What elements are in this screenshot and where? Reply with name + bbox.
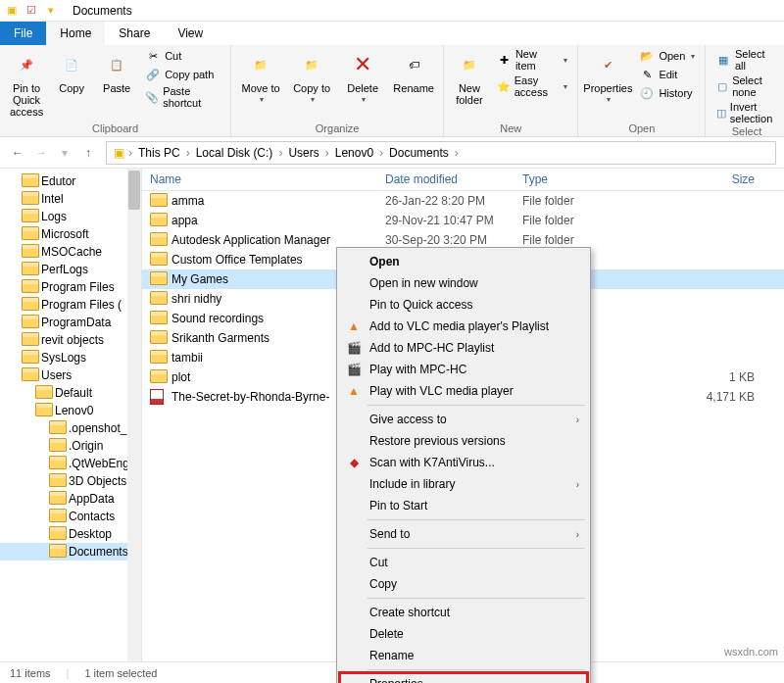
ctx-cut[interactable]: Cut	[340, 552, 587, 573]
tree-scroll-thumb[interactable]	[128, 171, 140, 210]
crumb-users[interactable]: Users	[284, 144, 322, 162]
ctx-open[interactable]: Open	[340, 251, 587, 272]
copy-button[interactable]: 📄Copy	[51, 47, 92, 96]
ctx-restore[interactable]: Restore previous versions	[340, 430, 587, 452]
tree-item[interactable]: AppData	[0, 490, 141, 508]
col-size[interactable]: Size	[612, 169, 784, 190]
col-type[interactable]: Type	[514, 169, 612, 190]
file-row[interactable]: amma26-Jan-22 8:20 PMFile folder	[142, 191, 784, 211]
tree-item[interactable]: Contacts	[0, 508, 141, 525]
file-row[interactable]: appa29-Nov-21 10:47 PMFile folder	[142, 211, 784, 230]
ctx-play-vlc[interactable]: ▲Play with VLC media player	[340, 380, 587, 402]
status-selected-count: 1 item selected	[84, 667, 157, 679]
tree-item[interactable]: Program Files (	[0, 296, 141, 314]
folder-icon	[150, 213, 166, 228]
tree-item[interactable]: .Origin	[0, 437, 141, 455]
tree-item[interactable]: Users	[0, 366, 141, 384]
ctx-open-new-window[interactable]: Open in new window	[340, 272, 587, 294]
crumb-lenov0[interactable]: Lenov0	[331, 144, 377, 162]
tab-share[interactable]: Share	[105, 22, 164, 45]
cut-button[interactable]: ✂Cut	[141, 47, 224, 65]
tree-item-label: Desktop	[69, 527, 112, 541]
ctx-delete[interactable]: Delete	[340, 623, 587, 645]
move-to-button[interactable]: 📁Move to▾	[237, 47, 284, 107]
window-title: Documents	[73, 4, 132, 18]
tree-item[interactable]: Program Files	[0, 278, 141, 296]
col-date[interactable]: Date modified	[377, 169, 514, 190]
tree-item[interactable]: Lenov0	[0, 402, 141, 419]
crumb-c[interactable]: Local Disk (C:)	[192, 144, 277, 162]
tree-item[interactable]: revit objects	[0, 331, 141, 349]
rename-button[interactable]: 🏷Rename	[390, 47, 437, 96]
delete-button[interactable]: ✕Delete▾	[339, 47, 386, 107]
tree-item[interactable]: Microsoft	[0, 225, 141, 243]
tree-item[interactable]: 3D Objects	[0, 472, 141, 490]
ctx-copy[interactable]: Copy	[340, 573, 587, 595]
easy-access-button[interactable]: ⭐Easy access▾	[493, 73, 572, 99]
tree-item[interactable]: Default	[0, 384, 141, 402]
nav-forward-button[interactable]: →	[31, 146, 51, 160]
folder-icon	[150, 232, 166, 248]
tree-item-label: Users	[41, 368, 72, 382]
pin-quick-access-button[interactable]: 📌Pin to Quick access	[6, 47, 47, 120]
tree-item[interactable]: ProgramData	[0, 314, 141, 331]
crumb-thispc[interactable]: This PC	[134, 144, 184, 162]
tree-item[interactable]: SysLogs	[0, 349, 141, 366]
invert-selection-button[interactable]: ◫Invert selection	[711, 100, 781, 125]
nav-recent-button[interactable]: ▾	[55, 146, 74, 160]
ctx-create-shortcut[interactable]: Create shortcut	[340, 602, 587, 623]
qat-folder-icon[interactable]: ▾	[43, 3, 59, 19]
tree-item[interactable]: MSOCache	[0, 243, 141, 261]
edit-button[interactable]: ✎Edit	[635, 66, 699, 83]
breadcrumb[interactable]: ▣ › This PC› Local Disk (C:)› Users› Len…	[106, 141, 776, 165]
ctx-give-access[interactable]: Give access to›	[340, 409, 587, 430]
ctx-play-mpc[interactable]: 🎬Play with MPC-HC	[340, 359, 587, 380]
tree-item-label: MSOCache	[41, 245, 102, 259]
tree-item[interactable]: Documents	[0, 543, 141, 561]
delete-icon: ✕	[347, 49, 378, 80]
tree-item[interactable]: PerfLogs	[0, 261, 141, 278]
copy-to-button[interactable]: 📁Copy to▾	[288, 47, 335, 107]
ctx-properties[interactable]: Properties	[340, 673, 587, 683]
properties-button[interactable]: ✔Properties▾	[584, 47, 631, 107]
open-button[interactable]: 📂Open▾	[635, 47, 699, 65]
ctx-mpc-playlist[interactable]: 🎬Add to MPC-HC Playlist	[340, 337, 587, 359]
menu-tabs: File Home Share View	[0, 22, 784, 45]
ctx-include-library[interactable]: Include in library›	[340, 473, 587, 495]
history-button[interactable]: 🕘History	[635, 84, 699, 102]
ctx-rename[interactable]: Rename	[340, 645, 587, 666]
k7-icon: ◆	[346, 455, 362, 470]
tree-item[interactable]: Intel	[0, 190, 141, 208]
file-name: Sound recordings	[172, 312, 264, 325]
new-item-button[interactable]: ✚New item▾	[493, 47, 572, 73]
nav-back-button[interactable]: ←	[8, 146, 27, 160]
ctx-send-to[interactable]: Send to›	[340, 523, 587, 545]
copy-path-button[interactable]: 🔗Copy path	[141, 66, 224, 83]
new-folder-button[interactable]: 📁New folder	[450, 47, 489, 108]
ctx-vlc-playlist[interactable]: ▲Add to VLC media player's Playlist	[340, 316, 587, 337]
select-all-button[interactable]: ▦Select all	[711, 47, 781, 73]
nav-tree[interactable]: EdutorIntelLogsMicrosoftMSOCachePerfLogs…	[0, 169, 142, 661]
nav-up-button[interactable]: ↑	[78, 146, 98, 160]
tab-view[interactable]: View	[164, 22, 217, 45]
select-none-button[interactable]: ▢Select none	[711, 73, 781, 99]
ctx-pin-start[interactable]: Pin to Start	[340, 495, 587, 516]
tab-home[interactable]: Home	[46, 22, 105, 45]
paste-button[interactable]: 📋Paste	[96, 47, 137, 96]
nav-row: ← → ▾ ↑ ▣ › This PC› Local Disk (C:)› Us…	[0, 137, 784, 169]
qat-check-icon[interactable]: ☑	[24, 3, 39, 19]
folder-icon	[150, 271, 166, 287]
tree-item[interactable]: Desktop	[0, 525, 141, 543]
paste-shortcut-button[interactable]: 📎Paste shortcut	[141, 84, 224, 110]
tree-scrollbar[interactable]	[127, 169, 141, 661]
ctx-scan-antivirus[interactable]: ◆Scan with K7AntiVirus...	[340, 452, 587, 473]
tree-item[interactable]: Edutor	[0, 172, 141, 190]
ctx-pin-quick-access[interactable]: Pin to Quick access	[340, 294, 587, 316]
folder-icon	[150, 291, 166, 307]
tree-item[interactable]: .openshot_c	[0, 419, 141, 437]
tab-file[interactable]: File	[0, 22, 46, 45]
tree-item[interactable]: Logs	[0, 208, 141, 225]
tree-item[interactable]: .QtWebEngi	[0, 455, 141, 472]
crumb-documents[interactable]: Documents	[385, 144, 453, 162]
col-name[interactable]: Name	[142, 169, 377, 190]
